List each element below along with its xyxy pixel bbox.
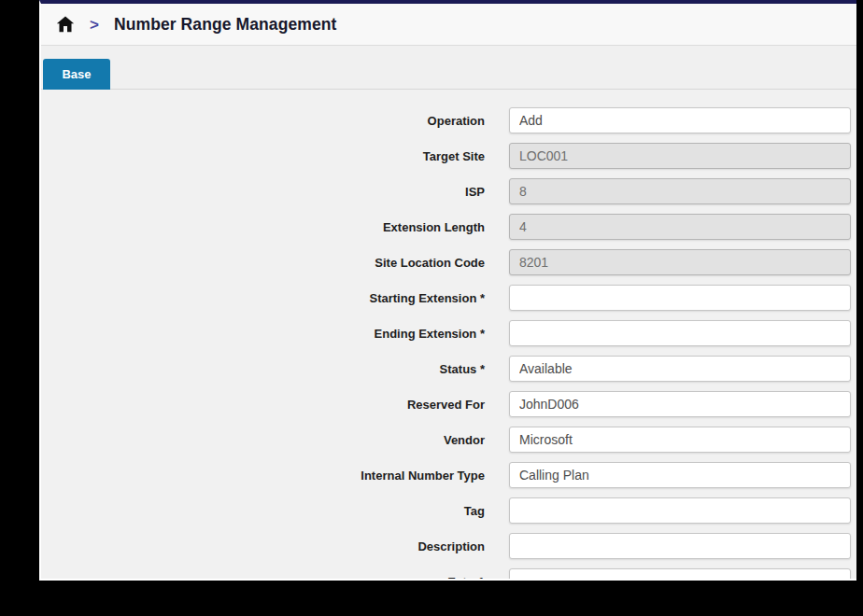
form-row-status: Status *: [41, 351, 856, 386]
form-row-extension-length: Extension Length: [41, 209, 856, 245]
field-wrapper: [509, 497, 851, 524]
description-input[interactable]: [509, 533, 851, 559]
form-row-target-site: Target Site: [41, 138, 856, 174]
form-row-reserved-for: Reserved For: [41, 386, 856, 422]
form-row-vendor: Vendor: [41, 422, 856, 457]
form-row-tag: Tag: [41, 493, 856, 528]
tag-input[interactable]: [509, 497, 851, 524]
field-wrapper: [509, 568, 851, 581]
status-input[interactable]: [509, 356, 851, 382]
internal-number-type-input[interactable]: [509, 462, 851, 488]
field-wrapper: [509, 214, 851, 240]
breadcrumb: > Number Range Management: [41, 4, 856, 46]
extra1-input[interactable]: [509, 568, 851, 581]
form-row-description: Description: [41, 528, 856, 564]
field-wrapper: [509, 462, 851, 488]
field-wrapper: [509, 391, 851, 417]
form-row-internal-number-type: Internal Number Type: [41, 457, 856, 493]
field-label: Extra1: [41, 575, 485, 581]
operation-input[interactable]: [509, 107, 851, 133]
field-wrapper: [509, 356, 851, 382]
field-label: Reserved For: [41, 398, 485, 412]
field-wrapper: [509, 143, 851, 169]
tab-bar: Base: [41, 46, 856, 90]
field-wrapper: [509, 320, 851, 346]
tab-base[interactable]: Base: [43, 59, 110, 90]
field-wrapper: [509, 178, 851, 204]
field-label: Internal Number Type: [41, 469, 485, 483]
app-window: > Number Range Management Base Operation…: [39, 0, 856, 581]
field-label: Description: [41, 539, 485, 553]
page-title: Number Range Management: [114, 15, 337, 35]
field-label: ISP: [41, 185, 485, 199]
form-row-ending-extension: Ending Extension *: [41, 315, 856, 351]
field-label: Extension Length: [41, 220, 485, 234]
form-row-site-location-code: Site Location Code: [41, 245, 856, 280]
reserved-for-input[interactable]: [509, 391, 851, 417]
field-wrapper: [509, 285, 851, 311]
field-label: Starting Extension *: [41, 291, 485, 305]
target-site-input: [509, 143, 851, 169]
vendor-input[interactable]: [509, 427, 851, 453]
site-location-code-input: [509, 249, 851, 275]
form-row-operation: Operation: [41, 103, 856, 138]
extension-length-input: [509, 214, 851, 240]
field-label: Site Location Code: [41, 256, 485, 270]
field-label: Ending Extension *: [41, 327, 485, 341]
ending-extension-input[interactable]: [509, 320, 851, 346]
field-label: Operation: [41, 114, 485, 128]
field-label: Target Site: [41, 149, 485, 163]
field-wrapper: [509, 107, 851, 133]
form-row-starting-extension: Starting Extension *: [41, 280, 856, 315]
chevron-right-icon: >: [90, 17, 99, 33]
field-wrapper: [509, 249, 851, 275]
isp-input: [509, 178, 851, 204]
field-label: Vendor: [41, 433, 485, 447]
form-row-extra1: Extra1: [41, 564, 856, 581]
number-range-form: Operation Target Site ISP Extension Leng…: [41, 90, 856, 581]
field-wrapper: [509, 427, 851, 453]
field-label: Tag: [41, 504, 485, 518]
home-icon[interactable]: [54, 13, 77, 35]
form-row-isp: ISP: [41, 174, 856, 209]
starting-extension-input[interactable]: [509, 285, 851, 311]
field-label: Status *: [41, 362, 485, 376]
field-wrapper: [509, 533, 851, 559]
